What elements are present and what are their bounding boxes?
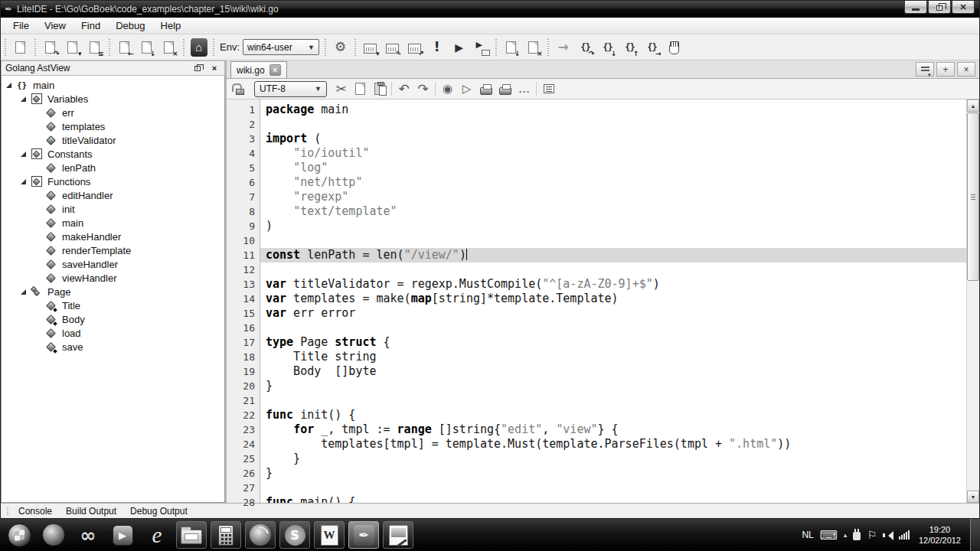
insert-api-button[interactable]: ↓ xyxy=(501,37,521,57)
tree-item-templates[interactable]: templates xyxy=(2,119,224,133)
tab-close-button[interactable]: × xyxy=(270,64,281,76)
close-all-files-button[interactable]: × xyxy=(158,37,179,57)
options-button[interactable]: ⚙ xyxy=(330,37,351,57)
float-panel-button[interactable] xyxy=(191,63,204,74)
code-line[interactable]: Title string xyxy=(260,350,966,364)
code-editor[interactable]: package mainimport ( "io/ioutil" "log" "… xyxy=(260,99,966,503)
split-editor-button[interactable]: + xyxy=(936,62,955,77)
code-line[interactable]: const lenPath = len("/view/") xyxy=(260,248,966,262)
step-over-button[interactable]: {}↷ xyxy=(575,37,596,57)
code-line[interactable]: func main() { xyxy=(260,495,966,503)
code-line[interactable]: var templates = make(map[string]*templat… xyxy=(260,292,966,306)
paint-icon[interactable] xyxy=(383,521,413,549)
menu-help[interactable]: Help xyxy=(153,18,189,33)
close-file-button[interactable]: ↓ xyxy=(136,37,157,57)
speaker-icon[interactable] xyxy=(883,530,893,540)
start-button[interactable] xyxy=(4,521,34,549)
code-line[interactable]: "net/http" xyxy=(260,175,966,190)
tree-item-viewhandler[interactable]: viewHandler xyxy=(2,271,224,285)
tree-item-load[interactable]: load xyxy=(2,326,224,340)
code-line[interactable]: func init() { xyxy=(260,408,966,422)
explorer-icon[interactable] xyxy=(176,521,207,549)
code-line[interactable]: import ( xyxy=(260,132,966,146)
tree-item-titlevalidator[interactable]: titleValidator xyxy=(2,133,224,147)
tree-item-body[interactable]: Body xyxy=(2,312,224,326)
vertical-scrollbar[interactable]: ▲ ▼ xyxy=(966,99,979,503)
tree-item-variables[interactable]: Variables xyxy=(2,92,224,106)
code-line[interactable] xyxy=(260,262,966,277)
revert-file-button[interactable]: ← xyxy=(114,37,135,57)
tree-item-main[interactable]: main xyxy=(2,216,224,230)
step-into-button[interactable]: {}↓ xyxy=(597,37,618,57)
scroll-down-button[interactable]: ▼ xyxy=(967,491,979,503)
copy-button[interactable] xyxy=(351,80,370,98)
print-button[interactable] xyxy=(476,80,495,98)
play-macro-button[interactable]: ▷ xyxy=(457,80,476,98)
run-button[interactable]: ▶ xyxy=(449,37,469,57)
redo-button[interactable]: ↷ xyxy=(413,80,433,98)
menu-view[interactable]: View xyxy=(37,18,74,33)
liteide-icon[interactable]: ✒ xyxy=(348,521,379,549)
code-line[interactable]: package main xyxy=(260,103,966,117)
code-line[interactable] xyxy=(260,481,966,495)
code-line[interactable] xyxy=(260,321,966,335)
edit-outline-button[interactable] xyxy=(539,80,558,98)
save-file-button[interactable]: ▾ xyxy=(62,37,83,57)
tree-item-save[interactable]: save xyxy=(2,340,224,354)
expression-icon[interactable]: ∞ xyxy=(73,521,103,549)
language-indicator[interactable]: NL xyxy=(802,530,813,540)
editor-list-button[interactable] xyxy=(916,62,934,77)
restore-button[interactable] xyxy=(928,1,951,14)
go-build-button[interactable]: ✎ xyxy=(382,37,403,57)
code-line[interactable]: } xyxy=(260,466,966,481)
expander-icon[interactable] xyxy=(21,289,26,295)
save-all-button[interactable]: ≡ xyxy=(84,37,105,57)
run-to-line-button[interactable]: {}→ xyxy=(642,37,662,57)
print-preview-button[interactable] xyxy=(495,80,514,98)
firefox-icon[interactable] xyxy=(245,521,276,549)
menu-find[interactable]: Find xyxy=(74,18,108,33)
close-panel-button[interactable]: × xyxy=(208,63,220,74)
code-line[interactable] xyxy=(260,393,966,408)
tab-wiki-go[interactable]: wiki.go × xyxy=(230,61,287,78)
expander-icon[interactable] xyxy=(21,179,26,184)
code-line[interactable]: "log" xyxy=(260,161,966,175)
taskbar-clock[interactable]: 19:2012/02/2012 xyxy=(916,524,964,546)
tree-item-makehandler[interactable]: makeHandler xyxy=(2,230,224,243)
action-center-flag-icon[interactable]: ⚐ xyxy=(867,529,877,541)
minimize-button[interactable] xyxy=(904,1,927,14)
code-line[interactable]: for _, tmpl := range []string{"edit", "v… xyxy=(260,422,966,437)
visual-studio-icon[interactable] xyxy=(38,521,69,549)
code-line[interactable]: var titleValidator = regexp.MustCompile(… xyxy=(260,277,966,292)
menu-file[interactable]: File xyxy=(5,18,37,33)
tree-item-init[interactable]: init xyxy=(2,202,224,216)
code-line[interactable] xyxy=(260,233,966,248)
close-editor-button[interactable]: × xyxy=(957,62,975,77)
expander-icon[interactable] xyxy=(6,83,11,88)
code-line[interactable]: Body []byte xyxy=(260,364,966,379)
code-line[interactable]: type Page struct { xyxy=(260,335,966,350)
tree-item-lenpath[interactable]: lenPath xyxy=(2,161,224,174)
tree-item-err[interactable]: err xyxy=(2,106,224,119)
clear-api-button[interactable]: × xyxy=(523,37,544,57)
go-get-button[interactable]: ▾ xyxy=(360,37,381,57)
output-tab-build-output[interactable]: Build Output xyxy=(59,504,123,518)
lock-button[interactable] xyxy=(230,80,250,98)
paste-button[interactable] xyxy=(370,80,389,98)
scrollbar-thumb[interactable] xyxy=(967,112,979,281)
expander-icon[interactable] xyxy=(21,96,26,102)
keyboard-icon[interactable]: ⌨ xyxy=(820,528,838,543)
tree-item-rendertemplate[interactable]: renderTemplate xyxy=(2,243,224,257)
open-file-button[interactable]: ↷ xyxy=(40,37,60,57)
code-line[interactable]: ) xyxy=(260,219,966,233)
internet-explorer-icon[interactable]: e xyxy=(142,521,172,549)
code-line[interactable]: } xyxy=(260,379,966,393)
cut-button[interactable]: ✂ xyxy=(332,80,351,98)
more-button[interactable]: … xyxy=(514,80,534,98)
record-macro-button[interactable]: ◉ xyxy=(438,80,457,98)
tree-item-title[interactable]: Title xyxy=(2,298,224,312)
tree-item-functions[interactable]: Functions xyxy=(2,174,224,188)
hidden-icons-arrow[interactable]: ▴ xyxy=(844,531,848,539)
code-line[interactable]: "text/template" xyxy=(260,204,966,219)
skype-icon[interactable]: S xyxy=(279,521,310,549)
